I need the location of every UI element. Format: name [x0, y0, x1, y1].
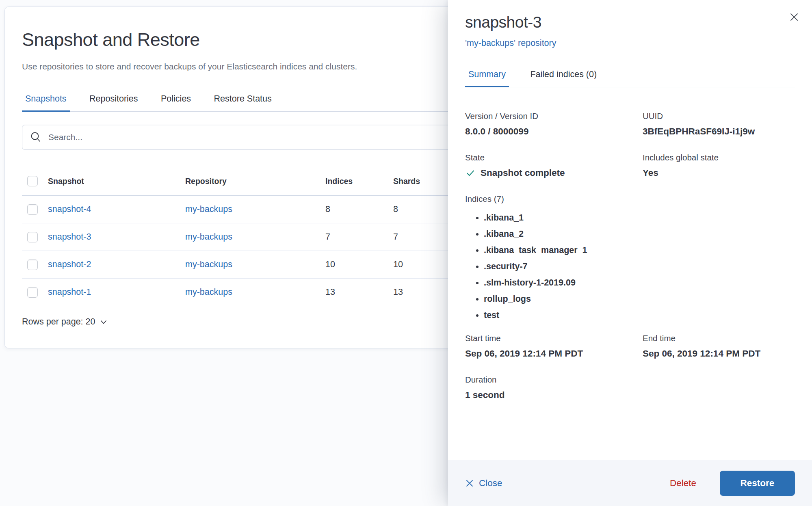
duration-value: 1 second: [465, 389, 643, 400]
restore-button[interactable]: Restore: [720, 471, 795, 496]
repository-link[interactable]: my-backups: [185, 232, 232, 242]
index-item: .kibana_1: [484, 210, 795, 226]
snapshot-link[interactable]: snapshot-1: [48, 287, 91, 297]
index-item: .security-7: [484, 258, 795, 275]
indices-count: 13: [325, 279, 393, 306]
duration-label: Duration: [465, 374, 643, 385]
indices-count: 10: [325, 251, 393, 279]
rows-per-page-button[interactable]: Rows per page: 20: [22, 317, 108, 327]
tab-failed-indices[interactable]: Failed indices (0): [527, 65, 600, 87]
uuid-label: UUID: [643, 111, 795, 121]
repository-link[interactable]: my-backups: [185, 204, 232, 214]
tab-summary[interactable]: Summary: [465, 65, 509, 87]
tab-repositories[interactable]: Repositories: [86, 90, 141, 111]
start-time-value: Sep 06, 2019 12:14 PM PDT: [465, 348, 643, 359]
index-item: rollup_logs: [484, 291, 795, 307]
index-item: .kibana_task_manager_1: [484, 242, 795, 258]
indices-count: 8: [325, 196, 393, 223]
state-label: State: [465, 152, 643, 162]
column-header-repository: Repository: [185, 168, 325, 196]
rows-per-page-label: Rows per page: 20: [22, 317, 95, 327]
end-time-label: End time: [643, 333, 795, 343]
snapshot-link[interactable]: snapshot-4: [48, 204, 91, 214]
row-checkbox[interactable]: [27, 287, 38, 298]
row-checkbox[interactable]: [27, 232, 38, 242]
version-value: 8.0.0 / 8000099: [465, 126, 643, 137]
indices-list: .kibana_1 .kibana_2 .kibana_task_manager…: [465, 210, 795, 323]
flyout-summary-panel: Version / Version ID 8.0.0 / 8000099 UUI…: [448, 87, 812, 416]
indices-label: Indices (7): [465, 194, 795, 204]
snapshot-link[interactable]: snapshot-3: [48, 232, 91, 242]
version-label: Version / Version ID: [465, 111, 643, 121]
close-icon: [788, 11, 800, 23]
row-checkbox[interactable]: [27, 259, 38, 270]
footer-close-label: Close: [479, 478, 502, 489]
index-item: .slm-history-1-2019.09: [484, 275, 795, 291]
check-icon: [465, 168, 476, 178]
indices-count: 7: [325, 223, 393, 251]
start-time-label: Start time: [465, 333, 643, 343]
global-state-value: Yes: [643, 167, 795, 178]
search-icon: [30, 131, 42, 143]
flyout-title: snapshot-3: [465, 13, 795, 32]
footer-close-button[interactable]: Close: [465, 478, 502, 489]
index-item: test: [484, 307, 795, 323]
repository-link[interactable]: my-backups: [185, 259, 232, 269]
tab-snapshots[interactable]: Snapshots: [22, 90, 70, 111]
flyout-repository-link[interactable]: 'my-backups' repository: [465, 38, 556, 48]
chevron-down-icon: [99, 318, 108, 327]
delete-button[interactable]: Delete: [670, 478, 696, 489]
column-header-indices: Indices: [325, 168, 393, 196]
index-item: .kibana_2: [484, 226, 795, 242]
tab-restore-status[interactable]: Restore Status: [211, 90, 275, 111]
tab-policies[interactable]: Policies: [158, 90, 194, 111]
column-header-snapshot: Snapshot: [48, 168, 185, 196]
flyout-header: snapshot-3 'my-backups' repository Summa…: [448, 0, 812, 87]
flyout-close-button[interactable]: [786, 9, 802, 25]
flyout-footer: Close Delete Restore: [448, 460, 812, 506]
snapshot-link[interactable]: snapshot-2: [48, 259, 91, 269]
state-value: Snapshot complete: [481, 167, 565, 178]
select-all-checkbox[interactable]: [27, 176, 38, 186]
flyout-tabs: Summary Failed indices (0): [465, 65, 795, 87]
uuid-value: 3BfEqBPHRaSF69IJ-i1j9w: [643, 126, 795, 137]
end-time-value: Sep 06, 2019 12:14 PM PDT: [643, 348, 795, 359]
row-checkbox[interactable]: [27, 204, 38, 215]
snapshot-details-flyout: snapshot-3 'my-backups' repository Summa…: [448, 0, 812, 506]
repository-link[interactable]: my-backups: [185, 287, 232, 297]
global-state-label: Includes global state: [643, 152, 795, 162]
footer-close-icon: [465, 479, 474, 488]
